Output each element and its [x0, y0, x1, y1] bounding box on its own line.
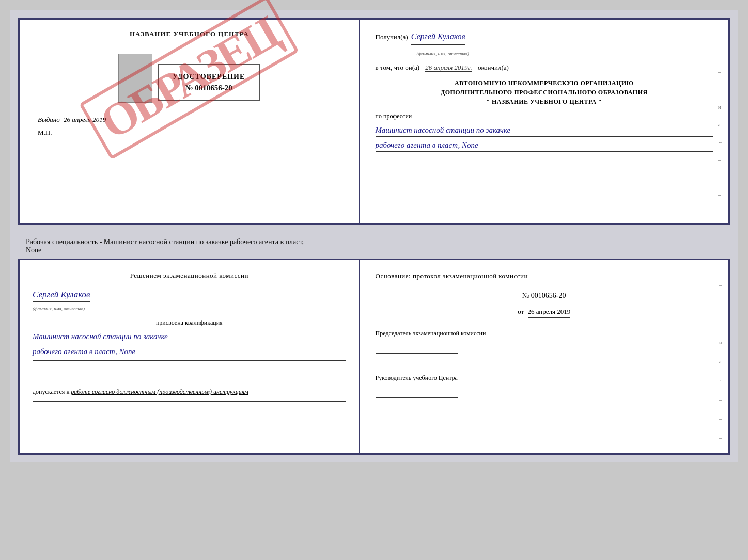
- predsedatel-signature-line: [376, 343, 458, 354]
- dash1: –: [473, 32, 476, 43]
- separator3: [33, 374, 346, 374]
- top-document: НАЗВАНИЕ УЧЕБНОГО ЦЕНТРА ОБРАЗЕЦ УДОСТОВ…: [18, 18, 730, 225]
- prisvoyena-label: присвоена квалификация: [33, 318, 346, 328]
- ot-date-value: 26 апреля 2019: [528, 306, 571, 318]
- poluchil-label: Получил(а): [376, 32, 408, 43]
- familiya-hint-top: (фамилия, имя, отчество): [417, 51, 469, 56]
- poluchil-line: Получил(а) Сергей Кулаков –: [376, 30, 713, 45]
- right-panel-top: Получил(а) Сергей Кулаков – (фамилия, им…: [360, 20, 728, 223]
- qual-line2: рабочего агента в пласт, None: [33, 345, 346, 358]
- dopuskaetsya-label: допускается к: [33, 388, 69, 395]
- vtom-date: 26 апреля 2019г.: [425, 63, 472, 72]
- profession-line1: Машинист насосной станции по закачке: [376, 124, 713, 137]
- osnovaniye-label: Основание: протокол экзаменационной коми…: [376, 270, 713, 282]
- middle-text: Рабочая специальность - Машинист насосно…: [18, 234, 730, 259]
- mp-label: М.П.: [33, 129, 52, 137]
- bottom-right-panel: Основание: протокол экзаменационной коми…: [360, 260, 728, 453]
- org-line2: ДОПОЛНИТЕЛЬНОГО ПРОФЕССИОНАЛЬНОГО ОБРАЗО…: [376, 88, 713, 97]
- vtom-label: в том, что он(а): [376, 63, 420, 71]
- separator4: [33, 401, 346, 402]
- bottom-familiya-hint: (фамилия, имя, отчество): [33, 306, 85, 311]
- bottom-left-panel: Решением экзаменационной комиссии Сергей…: [20, 260, 360, 453]
- vtom-line: в том, что он(а) 26 апреля 2019г. окончи…: [376, 62, 713, 73]
- vydano-label: Выдано: [38, 116, 60, 123]
- poluchil-name: Сергей Кулаков: [411, 30, 465, 45]
- qual-line1: Машинист насосной станции по закачке: [33, 330, 346, 343]
- org-line1: АВТОНОМНУЮ НЕКОММЕРЧЕСКУЮ ОРГАНИЗАЦИЮ: [376, 78, 713, 88]
- cert-number: № 0010656-20: [169, 84, 249, 92]
- predsedatel-label: Председатель экзаменационной комиссии: [376, 328, 713, 339]
- org-block: АВТОНОМНУЮ НЕКОММЕРЧЕСКУЮ ОРГАНИЗАЦИЮ ДО…: [376, 78, 713, 106]
- separator1: [33, 360, 346, 361]
- middle-text-content: Рабочая специальность - Машинист насосно…: [26, 238, 304, 254]
- rukovoditel-block: Руководитель учебного Центра: [376, 373, 713, 404]
- bottom-name-hand: Сергей Кулаков: [33, 287, 90, 302]
- predsedatel-block: Председатель экзаменационной комиссии: [376, 328, 713, 360]
- left-panel-top: НАЗВАНИЕ УЧЕБНОГО ЦЕНТРА ОБРАЗЕЦ УДОСТОВ…: [20, 20, 360, 223]
- rukovoditel-signature-line: [376, 388, 458, 398]
- bottom-document: Решением экзаменационной комиссии Сергей…: [18, 259, 730, 455]
- separator2: [33, 367, 346, 367]
- page-container: НАЗВАНИЕ УЧЕБНОГО ЦЕНТРА ОБРАЗЕЦ УДОСТОВ…: [10, 10, 738, 462]
- certificate-block: УДОСТОВЕРЕНИЕ № 0010656-20: [158, 64, 260, 101]
- po-professii-label: по профессии: [376, 111, 713, 121]
- cert-inner-photo: УДОСТОВЕРЕНИЕ № 0010656-20: [118, 49, 260, 108]
- udostoverenije-label: УДОСТОВЕРЕНИЕ: [169, 73, 249, 81]
- rukovoditel-label: Руководитель учебного Центра: [376, 373, 713, 383]
- training-center-title: НАЗВАНИЕ УЧЕБНОГО ЦЕНТРА: [130, 30, 249, 38]
- side-lines-bottom: – – – и а ← – – –: [719, 281, 724, 442]
- ot-label: от: [518, 308, 524, 315]
- okonchil-label: окончил(а): [478, 63, 509, 71]
- photo-placeholder: [118, 54, 152, 103]
- resheniem-label: Решением экзаменационной комиссии: [33, 270, 346, 281]
- ot-date: от 26 апреля 2019: [376, 306, 713, 318]
- vydano-date: 26 апреля 2019: [64, 116, 106, 124]
- protocol-num: № 0010656-20: [376, 290, 713, 302]
- dopuskaetsya-text: работе согласно должностным (производств…: [71, 388, 248, 395]
- vydano-line: Выдано 26 апреля 2019: [33, 116, 106, 124]
- org-line3: " НАЗВАНИЕ УЧЕБНОГО ЦЕНТРА ": [376, 97, 713, 106]
- dopuskaetsya-block: допускается к работе согласно должностны…: [33, 387, 346, 397]
- profession-line2: рабочего агента в пласт, None: [376, 139, 713, 152]
- bottom-name-block: Сергей Кулаков (фамилия, имя, отчество): [33, 287, 346, 314]
- side-lines-top: – – – и а ← – – –: [718, 51, 723, 199]
